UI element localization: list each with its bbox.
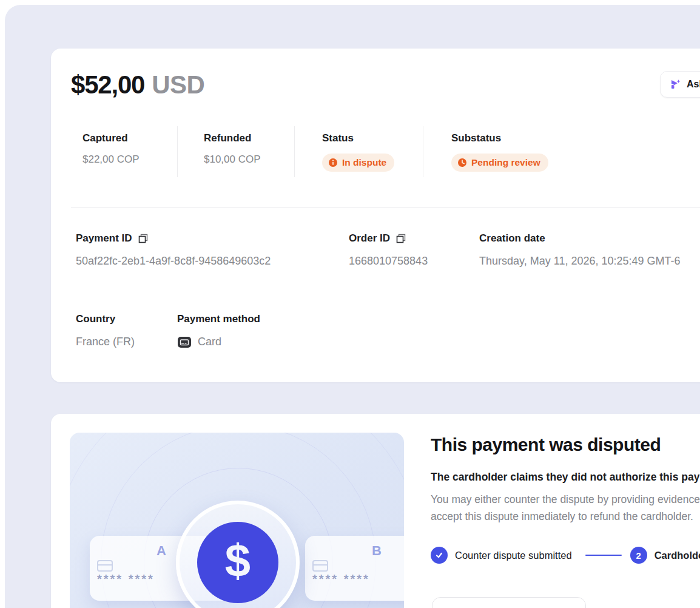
divider xyxy=(71,207,700,208)
status-badge: In dispute xyxy=(322,154,394,172)
step2-number: 2 xyxy=(636,550,641,561)
copy-payment-id-button[interactable] xyxy=(138,234,149,244)
card-b-masked-number: **** **** xyxy=(312,572,370,586)
dispute-description: You may either counter the dispute by pr… xyxy=(431,491,700,525)
creation-date-value: Thursday, May 11, 2026, 10:25:49 GMT-6 xyxy=(479,255,700,268)
details-row-1: Payment ID 50af22fc-2eb1-4a9f-8c8f-94586… xyxy=(76,232,700,268)
copy-order-id-button[interactable] xyxy=(396,234,406,244)
country-block: Country France (FR) xyxy=(76,313,177,348)
payment-currency: USD xyxy=(152,70,204,100)
country-label: Country xyxy=(76,313,115,325)
stats-row: Captured $22,00 COP Refunded $10,00 COP … xyxy=(51,126,700,177)
payment-id-label: Payment ID xyxy=(76,232,132,245)
stat-status: Status In dispute xyxy=(295,126,423,177)
dispute-description-line2: accept this dispute inmediately to refun… xyxy=(431,508,700,525)
view-evidence-button[interactable]: View submitted evidence xyxy=(432,597,586,608)
payment-method-value: Card xyxy=(198,336,221,348)
payment-amount: $52,00 xyxy=(71,70,144,100)
dollar-sign: $ xyxy=(225,538,251,587)
amount-row: $52,00 USD xyxy=(71,70,700,100)
dispute-illustration: A **** **** B **** **** $ xyxy=(70,433,404,608)
status-label: Status xyxy=(322,132,423,144)
order-id-value: 1668010758843 xyxy=(349,255,479,268)
payment-method-block: Payment method Card xyxy=(177,313,700,348)
dispute-card: A **** **** B **** **** $ This payment w… xyxy=(51,414,700,608)
dispute-content: This payment was disputed The cardholder… xyxy=(431,414,700,564)
dispute-description-line1: You may either counter the dispute by pr… xyxy=(431,491,700,508)
country-value: France (FR) xyxy=(76,336,177,348)
refunded-label: Refunded xyxy=(204,132,294,144)
step2-number-badge: 2 xyxy=(630,547,647,564)
order-id-label: Order ID xyxy=(349,232,390,245)
payment-summary-card: $52,00 USD Ask AI Captured $22, xyxy=(51,49,700,382)
card-b: B **** **** xyxy=(305,536,404,601)
details-row-2: Country France (FR) Payment method Card xyxy=(76,313,700,348)
creation-date-block: Creation date Thursday, May 11, 2026, 10… xyxy=(479,232,700,268)
chip-icon xyxy=(97,560,113,572)
step1-label: Counter dispute submitted xyxy=(455,550,572,561)
step2-label: Cardholder bank review xyxy=(655,550,700,561)
stat-substatus: Substatus Pending review xyxy=(423,126,700,177)
info-icon xyxy=(328,158,338,167)
ask-ai-label: Ask AI xyxy=(687,79,700,90)
substatus-label: Substatus xyxy=(451,132,700,144)
dispute-stepper: Counter dispute submitted 2 Cardholder b… xyxy=(431,547,700,564)
order-id-block: Order ID 1668010758843 xyxy=(349,232,479,268)
payment-id-value: 50af22fc-2eb1-4a9f-8c8f-9458649603c2 xyxy=(76,255,349,268)
step-connector xyxy=(585,555,622,556)
card-icon xyxy=(177,336,192,348)
payment-method-label: Payment method xyxy=(177,313,260,325)
substatus-badge-text: Pending review xyxy=(471,157,540,168)
captured-value: $22,00 COP xyxy=(82,154,177,166)
dispute-title: This payment was disputed xyxy=(431,434,700,455)
stat-captured: Captured $22,00 COP xyxy=(51,126,178,177)
chip-icon xyxy=(312,560,328,572)
status-badge-text: In dispute xyxy=(342,157,386,168)
card-b-label: B xyxy=(305,543,404,559)
step1-check-icon xyxy=(431,547,448,564)
dispute-claim: The cardholder claims they did not autho… xyxy=(431,471,700,484)
card-a-masked-number: **** **** xyxy=(97,572,155,586)
substatus-badge: Pending review xyxy=(451,154,548,172)
stat-refunded: Refunded $10,00 COP xyxy=(178,126,295,177)
ai-sparkle-icon xyxy=(669,78,681,90)
captured-label: Captured xyxy=(82,132,177,144)
dollar-coin-icon: $ xyxy=(197,522,278,603)
creation-date-label: Creation date xyxy=(479,232,545,245)
refunded-value: $10,00 COP xyxy=(204,154,294,166)
ask-ai-button[interactable]: Ask AI xyxy=(660,71,700,98)
payment-id-block: Payment ID 50af22fc-2eb1-4a9f-8c8f-94586… xyxy=(76,232,349,268)
clock-icon xyxy=(457,158,467,167)
